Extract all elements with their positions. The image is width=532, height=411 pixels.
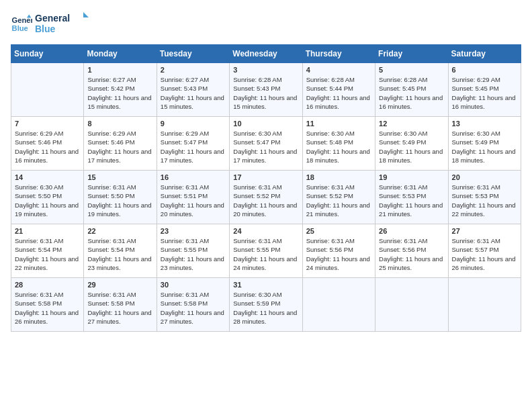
day-detail: Sunrise: 6:31 AMSunset: 5:50 PMDaylight:…: [87, 183, 152, 218]
day-detail: Sunrise: 6:28 AMSunset: 5:45 PMDaylight:…: [379, 75, 444, 111]
header-saturday: Saturday: [448, 45, 521, 63]
day-detail: Sunrise: 6:31 AMSunset: 5:54 PMDaylight:…: [15, 236, 80, 272]
day-number: 3: [233, 66, 298, 74]
day-number: 20: [452, 173, 517, 181]
day-number: 24: [233, 227, 298, 235]
day-detail: Sunrise: 6:31 AMSunset: 5:56 PMDaylight:…: [306, 236, 371, 272]
day-detail: Sunrise: 6:31 AMSunset: 5:51 PMDaylight:…: [161, 183, 226, 218]
day-number: 1: [87, 66, 152, 74]
day-detail: Sunrise: 6:31 AMSunset: 5:58 PMDaylight:…: [15, 290, 80, 326]
calendar-cell: 25Sunrise: 6:31 AMSunset: 5:56 PMDayligh…: [302, 224, 375, 278]
day-number: 10: [233, 120, 298, 128]
calendar-row: 7Sunrise: 6:29 AMSunset: 5:46 PMDaylight…: [11, 117, 521, 171]
day-number: 16: [161, 173, 226, 181]
day-number: 30: [161, 281, 226, 289]
calendar-cell: 30Sunrise: 6:31 AMSunset: 5:58 PMDayligh…: [157, 278, 229, 332]
header-wednesday: Wednesday: [230, 45, 302, 63]
day-detail: Sunrise: 6:27 AMSunset: 5:42 PMDaylight:…: [87, 75, 152, 111]
day-detail: Sunrise: 6:30 AMSunset: 5:50 PMDaylight:…: [15, 183, 80, 218]
calendar-cell: 19Sunrise: 6:31 AMSunset: 5:53 PMDayligh…: [375, 171, 448, 224]
day-detail: Sunrise: 6:31 AMSunset: 5:54 PMDaylight:…: [87, 236, 152, 272]
day-detail: Sunrise: 6:27 AMSunset: 5:43 PMDaylight:…: [161, 75, 226, 111]
day-number: 23: [161, 227, 226, 235]
day-number: 11: [306, 120, 371, 128]
calendar-cell: 13Sunrise: 6:30 AMSunset: 5:49 PMDayligh…: [448, 117, 521, 171]
day-number: 14: [15, 173, 80, 181]
day-number: 7: [15, 120, 80, 128]
calendar-cell: 23Sunrise: 6:31 AMSunset: 5:55 PMDayligh…: [157, 224, 229, 278]
day-number: 5: [379, 66, 444, 74]
calendar-cell: 28Sunrise: 6:31 AMSunset: 5:58 PMDayligh…: [11, 278, 84, 332]
calendar-cell: [448, 278, 521, 332]
calendar-cell: 7Sunrise: 6:29 AMSunset: 5:46 PMDaylight…: [11, 117, 84, 171]
day-number: 21: [15, 227, 80, 235]
calendar-cell: [11, 63, 84, 117]
logo-svg: General Blue: [35, 11, 89, 35]
svg-text:Blue: Blue: [35, 24, 56, 34]
day-detail: Sunrise: 6:30 AMSunset: 5:48 PMDaylight:…: [306, 129, 371, 165]
day-detail: Sunrise: 6:31 AMSunset: 5:52 PMDaylight:…: [233, 183, 298, 218]
calendar-cell: 26Sunrise: 6:31 AMSunset: 5:56 PMDayligh…: [375, 224, 448, 278]
calendar-cell: 2Sunrise: 6:27 AMSunset: 5:43 PMDaylight…: [157, 63, 229, 117]
calendar-cell: 31Sunrise: 6:30 AMSunset: 5:59 PMDayligh…: [230, 278, 302, 332]
calendar-cell: 17Sunrise: 6:31 AMSunset: 5:52 PMDayligh…: [230, 171, 302, 224]
svg-text:Blue: Blue: [12, 24, 28, 32]
calendar-cell: 29Sunrise: 6:31 AMSunset: 5:58 PMDayligh…: [84, 278, 157, 332]
calendar-table: Sunday Monday Tuesday Wednesday Thursday…: [11, 44, 521, 332]
day-detail: Sunrise: 6:31 AMSunset: 5:57 PMDaylight:…: [452, 236, 517, 272]
day-number: 17: [233, 173, 298, 181]
day-number: 9: [161, 120, 226, 128]
day-number: 6: [452, 66, 517, 74]
day-number: 4: [306, 66, 371, 74]
calendar-cell: 10Sunrise: 6:30 AMSunset: 5:47 PMDayligh…: [230, 117, 302, 171]
day-number: 28: [15, 281, 80, 289]
day-detail: Sunrise: 6:29 AMSunset: 5:47 PMDaylight:…: [161, 129, 226, 165]
day-detail: Sunrise: 6:31 AMSunset: 5:53 PMDaylight:…: [452, 183, 517, 218]
calendar-cell: 27Sunrise: 6:31 AMSunset: 5:57 PMDayligh…: [448, 224, 521, 278]
day-detail: Sunrise: 6:28 AMSunset: 5:44 PMDaylight:…: [306, 75, 371, 111]
header-thursday: Thursday: [302, 45, 375, 63]
calendar-cell: 6Sunrise: 6:29 AMSunset: 5:45 PMDaylight…: [448, 63, 521, 117]
logo-icon: General Blue: [11, 13, 32, 35]
day-detail: Sunrise: 6:31 AMSunset: 5:56 PMDaylight:…: [379, 236, 444, 272]
calendar-cell: 4Sunrise: 6:28 AMSunset: 5:44 PMDaylight…: [302, 63, 375, 117]
day-detail: Sunrise: 6:31 AMSunset: 5:58 PMDaylight:…: [87, 290, 152, 326]
page-header: General Blue General Blue: [11, 11, 521, 38]
day-detail: Sunrise: 6:31 AMSunset: 5:53 PMDaylight:…: [379, 183, 444, 218]
header-friday: Friday: [375, 45, 448, 63]
day-number: 13: [452, 120, 517, 128]
calendar-row: 28Sunrise: 6:31 AMSunset: 5:58 PMDayligh…: [11, 278, 521, 332]
day-number: 19: [379, 173, 444, 181]
header-monday: Monday: [84, 45, 157, 63]
day-detail: Sunrise: 6:31 AMSunset: 5:55 PMDaylight:…: [233, 236, 298, 272]
svg-text:General: General: [35, 13, 70, 24]
logo: General Blue General Blue: [11, 11, 89, 38]
calendar-cell: 9Sunrise: 6:29 AMSunset: 5:47 PMDaylight…: [157, 117, 229, 171]
day-number: 8: [87, 120, 152, 128]
svg-marker-5: [83, 12, 89, 17]
calendar-row: 21Sunrise: 6:31 AMSunset: 5:54 PMDayligh…: [11, 224, 521, 278]
calendar-cell: 14Sunrise: 6:30 AMSunset: 5:50 PMDayligh…: [11, 171, 84, 224]
day-detail: Sunrise: 6:31 AMSunset: 5:55 PMDaylight:…: [161, 236, 226, 272]
calendar-cell: 3Sunrise: 6:28 AMSunset: 5:43 PMDaylight…: [230, 63, 302, 117]
day-detail: Sunrise: 6:31 AMSunset: 5:52 PMDaylight:…: [306, 183, 371, 218]
calendar-cell: 16Sunrise: 6:31 AMSunset: 5:51 PMDayligh…: [157, 171, 229, 224]
calendar-cell: 5Sunrise: 6:28 AMSunset: 5:45 PMDaylight…: [375, 63, 448, 117]
calendar-cell: 8Sunrise: 6:29 AMSunset: 5:46 PMDaylight…: [84, 117, 157, 171]
day-number: 18: [306, 173, 371, 181]
calendar-cell: 12Sunrise: 6:30 AMSunset: 5:49 PMDayligh…: [375, 117, 448, 171]
header-tuesday: Tuesday: [157, 45, 229, 63]
header-row: Sunday Monday Tuesday Wednesday Thursday…: [11, 45, 521, 63]
day-detail: Sunrise: 6:29 AMSunset: 5:46 PMDaylight:…: [15, 129, 80, 165]
calendar-header: Sunday Monday Tuesday Wednesday Thursday…: [11, 45, 521, 63]
calendar-row: 1Sunrise: 6:27 AMSunset: 5:42 PMDaylight…: [11, 63, 521, 117]
calendar-cell: 11Sunrise: 6:30 AMSunset: 5:48 PMDayligh…: [302, 117, 375, 171]
day-number: 12: [379, 120, 444, 128]
day-number: 26: [379, 227, 444, 235]
day-number: 15: [87, 173, 152, 181]
calendar-body: 1Sunrise: 6:27 AMSunset: 5:42 PMDaylight…: [11, 63, 521, 332]
day-detail: Sunrise: 6:28 AMSunset: 5:43 PMDaylight:…: [233, 75, 298, 111]
day-detail: Sunrise: 6:29 AMSunset: 5:45 PMDaylight:…: [452, 75, 517, 111]
calendar-row: 14Sunrise: 6:30 AMSunset: 5:50 PMDayligh…: [11, 171, 521, 224]
day-number: 31: [233, 281, 298, 289]
